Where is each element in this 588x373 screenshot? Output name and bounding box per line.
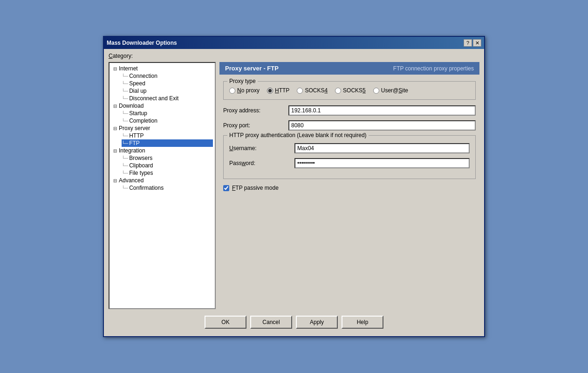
radio-socks5[interactable]: SOCKS5 <box>335 87 366 94</box>
window-body: Category: ⊟ Internet └─ Connection └─ <box>104 49 484 336</box>
tree-item-browsers[interactable]: └─ Browsers <box>122 154 213 162</box>
tree-item-clipboard[interactable]: └─ Clipboard <box>122 162 213 169</box>
main-window: Mass Downloader Options ? ✕ Category: ⊟ … <box>103 36 485 337</box>
tree-label-browsers: Browsers <box>129 155 152 161</box>
expand-icon-proxyserver: ⊟ <box>111 126 119 131</box>
expand-icon-integration: ⊟ <box>111 148 119 153</box>
radio-socks5-input[interactable] <box>335 88 341 94</box>
ftp-passive-label: FTP passive mode <box>232 185 279 191</box>
tree-item-proxyserver[interactable]: ⊟ Proxy server <box>111 124 213 132</box>
radio-no-proxy[interactable]: No proxy <box>229 87 260 94</box>
tree-item-download[interactable]: ⊟ Download <box>111 102 213 110</box>
username-input[interactable] <box>294 143 470 153</box>
connector-icon: └─ <box>122 163 128 168</box>
username-label: Username: <box>229 145 294 152</box>
radio-socks4-input[interactable] <box>297 88 303 94</box>
radio-no-proxy-input[interactable] <box>229 88 235 94</box>
tree-children-download: └─ Startup └─ Completion <box>122 110 213 124</box>
apply-button[interactable]: Apply <box>296 316 338 329</box>
proxy-type-group: Proxy type No proxy HTTP <box>223 81 476 100</box>
connector-icon: └─ <box>122 141 128 146</box>
proxy-port-label: Proxy port: <box>223 122 288 129</box>
proxy-address-input[interactable] <box>288 105 476 116</box>
radio-user-site-input[interactable] <box>373 88 379 94</box>
tree-item-filetypes[interactable]: └─ File types <box>122 169 213 177</box>
panel-title: Proxy server - FTP <box>225 65 279 72</box>
auth-group: HTTP proxy authentication (Leave blank i… <box>223 135 476 179</box>
radio-socks5-label: SOCKS5 <box>343 87 366 94</box>
proxy-type-label: Proxy type <box>227 78 258 84</box>
auth-group-label: HTTP proxy authentication (Leave blank i… <box>227 132 369 138</box>
help-button[interactable]: ? <box>464 39 472 47</box>
username-row: Username: <box>229 143 470 153</box>
tree-label-filetypes: File types <box>129 170 153 176</box>
tree-item-disconnect[interactable]: └─ Disconnect and Exit <box>122 95 213 102</box>
tree-label-connection: Connection <box>129 73 157 79</box>
connector-icon: └─ <box>122 74 128 79</box>
close-button[interactable]: ✕ <box>473 39 481 47</box>
radio-user-site[interactable]: User@Site <box>373 87 408 94</box>
tree-label-disconnect: Disconnect and Exit <box>129 95 178 102</box>
tree-item-confirmations[interactable]: └─ Confirmations <box>122 184 213 192</box>
radio-socks4[interactable]: SOCKS4 <box>297 87 328 94</box>
tree-label-clipboard: Clipboard <box>129 162 153 169</box>
connector-icon: └─ <box>122 156 128 161</box>
proxy-address-row: Proxy address: <box>223 105 476 116</box>
tree-children-proxyserver: └─ HTTP └─ FTP <box>122 132 213 147</box>
tree-item-advanced[interactable]: ⊟ Advanced <box>111 177 213 184</box>
tree-label-internet: Internet <box>119 65 138 72</box>
tree-label-proxyserver: Proxy server <box>119 125 150 131</box>
form-content: Proxy type No proxy HTTP <box>219 79 479 193</box>
title-bar-buttons: ? ✕ <box>464 39 481 47</box>
tree-label-dialup: Dial up <box>129 88 146 94</box>
proxy-port-input[interactable] <box>288 120 476 131</box>
tree-item-integration[interactable]: ⊟ Integration <box>111 147 213 154</box>
cancel-button[interactable]: Cancel <box>250 316 292 329</box>
ftp-passive-checkbox[interactable] <box>223 185 229 191</box>
proxy-address-label: Proxy address: <box>223 107 288 114</box>
help-button[interactable]: Help <box>342 316 383 329</box>
tree-label-completion: Completion <box>129 117 157 124</box>
tree-label-download: Download <box>119 103 144 109</box>
content-panel: Proxy server - FTP FTP connection proxy … <box>219 62 479 309</box>
tree-label-speed: Speed <box>129 80 145 87</box>
connector-icon: └─ <box>122 171 128 176</box>
proxy-port-row: Proxy port: <box>223 120 476 131</box>
connector-icon: └─ <box>122 81 128 86</box>
radio-http-label: HTTP <box>275 87 289 94</box>
title-bar: Mass Downloader Options ? ✕ <box>104 37 484 49</box>
radio-http-input[interactable] <box>267 88 273 94</box>
password-label: Password: <box>229 160 294 166</box>
radio-http[interactable]: HTTP <box>267 87 289 94</box>
radio-user-site-label: User@Site <box>381 87 408 94</box>
ok-button[interactable]: OK <box>205 316 246 329</box>
tree-children-integration: └─ Browsers └─ Clipboard └─ File types <box>122 154 213 177</box>
connector-icon: └─ <box>122 96 128 101</box>
expand-icon-advanced: ⊟ <box>111 178 119 183</box>
radio-row: No proxy HTTP SOCKS4 <box>229 85 470 94</box>
tree-item-dialup[interactable]: └─ Dial up <box>122 87 213 95</box>
expand-icon-internet: ⊟ <box>111 66 119 71</box>
tree-label-ftp: FTP <box>129 140 140 146</box>
tree-item-internet[interactable]: ⊟ Internet <box>111 65 213 72</box>
tree-item-startup[interactable]: └─ Startup <box>122 110 213 117</box>
panel-subtitle: FTP connection proxy properties <box>393 65 474 72</box>
tree-label-http: HTTP <box>129 132 144 139</box>
tree-item-connection[interactable]: └─ Connection <box>122 72 213 80</box>
tree-item-http[interactable]: └─ HTTP <box>122 132 213 139</box>
tree-panel[interactable]: ⊟ Internet └─ Connection └─ Speed └─ Dia… <box>109 62 216 309</box>
button-row: OK Cancel Apply Help <box>109 309 479 332</box>
category-label: Category: <box>109 53 479 59</box>
tree-item-completion[interactable]: └─ Completion <box>122 117 213 124</box>
tree-item-ftp[interactable]: └─ FTP <box>122 139 213 147</box>
main-area: ⊟ Internet └─ Connection └─ Speed └─ Dia… <box>109 62 479 309</box>
radio-no-proxy-label: No proxy <box>237 87 260 94</box>
tree-label-startup: Startup <box>129 110 147 117</box>
tree-label-confirmations: Confirmations <box>129 185 164 191</box>
password-input[interactable] <box>294 158 470 168</box>
radio-socks4-label: SOCKS4 <box>305 87 328 94</box>
tree-item-speed[interactable]: └─ Speed <box>122 80 213 87</box>
expand-icon-download: ⊟ <box>111 104 119 109</box>
connector-icon: └─ <box>122 133 128 138</box>
ftp-passive-row: FTP passive mode <box>223 185 476 191</box>
